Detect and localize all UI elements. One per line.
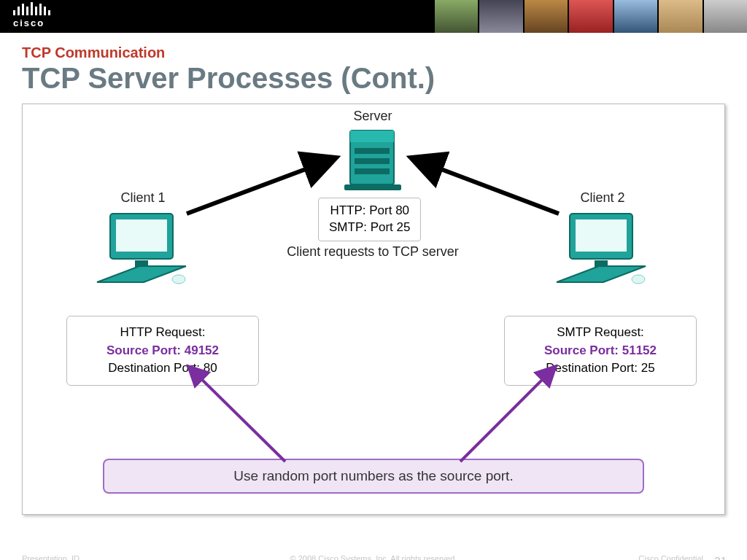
http-dest-port: Destination Port: 80 bbox=[79, 359, 247, 378]
arrow-client1-to-server bbox=[187, 158, 335, 214]
arrow-client2-to-server bbox=[412, 158, 559, 214]
smtp-source-port: Source Port: 51152 bbox=[516, 342, 684, 360]
footer-page: 21 bbox=[714, 554, 727, 560]
smtp-dest-port: Destination Port: 25 bbox=[516, 359, 684, 378]
cisco-bars-icon bbox=[13, 2, 50, 15]
svg-rect-11 bbox=[576, 219, 627, 252]
diagram-caption: Client requests to TCP server bbox=[263, 244, 482, 260]
callout-text: Use random port numbers as the source po… bbox=[233, 468, 513, 484]
ports-line-smtp: SMTP: Port 25 bbox=[329, 219, 410, 236]
slide-kicker: TCP Communication bbox=[22, 44, 725, 61]
server-label: Server bbox=[336, 109, 409, 124]
decorative-photostrip bbox=[433, 0, 747, 33]
client2-label: Client 2 bbox=[566, 190, 639, 206]
svg-point-9 bbox=[172, 275, 185, 284]
slide-title: TCP Server Processes (Cont.) bbox=[22, 63, 725, 93]
top-banner: cisco bbox=[0, 0, 747, 33]
svg-rect-3 bbox=[355, 158, 390, 164]
client1-computer-icon bbox=[93, 209, 195, 289]
smtp-request-box: SMTP Request: Source Port: 51152 Destina… bbox=[504, 316, 697, 386]
slide-headings: TCP Communication TCP Server Processes (… bbox=[0, 33, 747, 99]
diagram-frame: Server Client 1 Client 2 HTTP: Port 80 S… bbox=[22, 104, 725, 515]
http-source-port: Source Port: 49152 bbox=[79, 342, 247, 360]
ports-line-http: HTTP: Port 80 bbox=[329, 203, 410, 219]
footer-center: © 2008 Cisco Systems, Inc. All rights re… bbox=[0, 554, 747, 560]
server-ports-box: HTTP: Port 80 SMTP: Port 25 bbox=[318, 198, 421, 241]
svg-point-13 bbox=[632, 275, 645, 284]
server-icon bbox=[340, 126, 407, 193]
client1-label: Client 1 bbox=[107, 190, 179, 206]
svg-rect-2 bbox=[355, 148, 390, 154]
http-request-title: HTTP Request: bbox=[79, 324, 247, 342]
svg-rect-1 bbox=[350, 131, 394, 142]
source-port-callout: Use random port numbers as the source po… bbox=[103, 459, 644, 494]
client2-computer-icon bbox=[552, 209, 654, 289]
smtp-request-title: SMTP Request: bbox=[516, 324, 684, 342]
brand-text: cisco bbox=[13, 18, 44, 28]
footer-right: Cisco Confidential bbox=[638, 554, 703, 560]
svg-rect-7 bbox=[116, 219, 167, 252]
http-request-box: HTTP Request: Source Port: 49152 Destina… bbox=[66, 316, 259, 386]
svg-rect-5 bbox=[344, 184, 401, 190]
svg-rect-4 bbox=[355, 168, 390, 174]
